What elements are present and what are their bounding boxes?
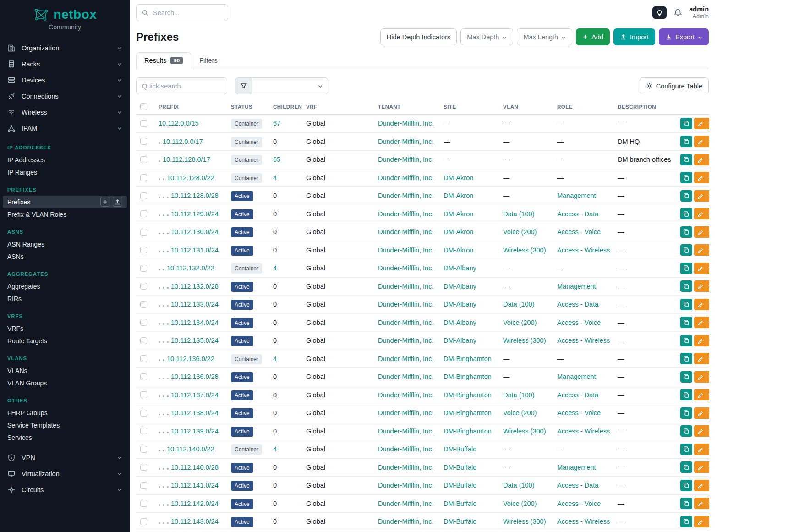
- edit-button[interactable]: [694, 172, 709, 183]
- children-count[interactable]: 0: [273, 301, 277, 308]
- chevron-down-icon[interactable]: [706, 317, 709, 328]
- role-link[interactable]: —: [557, 355, 564, 362]
- prefix-link[interactable]: 10.112.136.0/28: [171, 373, 219, 380]
- site-link[interactable]: DM-Buffalo: [444, 445, 476, 453]
- copy-button[interactable]: [680, 172, 692, 183]
- role-link[interactable]: —: [557, 264, 564, 272]
- edit-button[interactable]: [694, 280, 709, 292]
- role-link[interactable]: Access - Wireless: [557, 428, 610, 435]
- role-link[interactable]: Access - Data: [557, 210, 598, 218]
- export-button[interactable]: Export: [659, 28, 709, 45]
- children-count[interactable]: 0: [273, 337, 277, 344]
- chevron-down-icon[interactable]: [706, 407, 709, 419]
- column-header-prefix[interactable]: Prefix: [155, 100, 227, 115]
- edit-button[interactable]: [694, 389, 709, 400]
- role-link[interactable]: Management: [557, 192, 596, 199]
- children-count[interactable]: 0: [273, 391, 277, 399]
- tenant-link[interactable]: Dunder-Mifflin, Inc.: [378, 283, 433, 290]
- role-link[interactable]: —: [557, 156, 564, 163]
- sidebar-group-ipam[interactable]: IPAM: [0, 120, 130, 136]
- site-link[interactable]: —: [444, 138, 450, 145]
- vlan-link[interactable]: Data (100): [503, 482, 535, 489]
- tenant-link[interactable]: Dunder-Mifflin, Inc.: [378, 156, 433, 163]
- copy-button[interactable]: [680, 444, 692, 455]
- vlan-link[interactable]: Data (100): [503, 301, 535, 308]
- prefix-link[interactable]: 10.112.131.0/24: [171, 247, 219, 254]
- tenant-link[interactable]: Dunder-Mifflin, Inc.: [378, 464, 433, 471]
- edit-button[interactable]: [694, 371, 709, 383]
- site-link[interactable]: DM-Albany: [444, 283, 476, 290]
- prefix-link[interactable]: 10.112.140.0/28: [171, 464, 219, 471]
- site-link[interactable]: DM-Binghamton: [444, 355, 492, 362]
- tenant-link[interactable]: Dunder-Mifflin, Inc.: [378, 373, 433, 380]
- row-checkbox[interactable]: [140, 138, 147, 145]
- edit-button[interactable]: [694, 317, 709, 328]
- chevron-down-icon[interactable]: [706, 154, 709, 165]
- edit-button[interactable]: [694, 299, 709, 310]
- tenant-link[interactable]: Dunder-Mifflin, Inc.: [378, 174, 433, 181]
- chevron-down-icon[interactable]: [706, 172, 709, 183]
- tenant-link[interactable]: Dunder-Mifflin, Inc.: [378, 228, 433, 236]
- row-checkbox[interactable]: [140, 229, 147, 236]
- children-count[interactable]: 4: [273, 355, 277, 362]
- children-count[interactable]: 4: [273, 445, 277, 453]
- tenant-link[interactable]: Dunder-Mifflin, Inc.: [378, 482, 433, 489]
- copy-button[interactable]: [680, 154, 692, 165]
- row-checkbox[interactable]: [140, 301, 147, 308]
- bell-icon[interactable]: [674, 8, 682, 17]
- sidebar-group-organization[interactable]: Organization: [0, 40, 130, 56]
- row-checkbox[interactable]: [140, 355, 147, 362]
- sidebar-group-vpn[interactable]: VPN: [0, 450, 130, 466]
- edit-button[interactable]: [694, 461, 709, 473]
- sidebar-group-virtualization[interactable]: Virtualization: [0, 466, 130, 482]
- edit-button[interactable]: [694, 226, 709, 238]
- tenant-link[interactable]: Dunder-Mifflin, Inc.: [378, 500, 433, 507]
- vlan-link[interactable]: —: [503, 120, 510, 127]
- prefix-link[interactable]: 10.112.0.0/17: [163, 138, 203, 145]
- copy-button[interactable]: [680, 498, 692, 509]
- tenant-link[interactable]: Dunder-Mifflin, Inc.: [378, 337, 433, 344]
- children-count[interactable]: 0: [273, 247, 277, 254]
- vlan-link[interactable]: —: [503, 156, 510, 163]
- user-menu[interactable]: admin Admin: [689, 5, 709, 20]
- tenant-link[interactable]: Dunder-Mifflin, Inc.: [378, 428, 433, 435]
- sidebar-item-asns[interactable]: ASNs: [0, 250, 130, 263]
- children-count[interactable]: 0: [273, 228, 277, 236]
- chevron-down-icon[interactable]: [706, 208, 709, 219]
- prefix-link[interactable]: 10.112.137.0/24: [171, 391, 219, 399]
- site-link[interactable]: DM-Binghamton: [444, 391, 492, 399]
- site-link[interactable]: DM-Akron: [444, 247, 473, 254]
- global-search[interactable]: [136, 4, 228, 21]
- tenant-link[interactable]: Dunder-Mifflin, Inc.: [378, 120, 433, 127]
- chevron-down-icon[interactable]: [706, 335, 709, 346]
- chevron-down-icon[interactable]: [706, 389, 709, 400]
- vlan-link[interactable]: Wireless (300): [503, 247, 546, 254]
- copy-button[interactable]: [680, 299, 692, 310]
- site-link[interactable]: DM-Buffalo: [444, 482, 476, 489]
- prefix-link[interactable]: 10.112.128.0/17: [163, 156, 210, 163]
- prefix-link[interactable]: 10.112.138.0/24: [171, 409, 219, 417]
- prefix-link[interactable]: 10.112.139.0/24: [171, 428, 219, 435]
- tenant-link[interactable]: Dunder-Mifflin, Inc.: [378, 210, 433, 218]
- prefix-link[interactable]: 10.112.128.0/28: [171, 192, 219, 199]
- brand[interactable]: netbox Community: [0, 0, 130, 33]
- row-checkbox[interactable]: [140, 192, 147, 199]
- sidebar-group-devices[interactable]: Devices: [0, 72, 130, 88]
- chevron-down-icon[interactable]: [706, 244, 709, 256]
- vlan-link[interactable]: —: [503, 355, 510, 362]
- prefix-link[interactable]: 10.112.0.0/15: [159, 120, 199, 127]
- prefix-link[interactable]: 10.112.132.0/28: [171, 283, 219, 290]
- site-link[interactable]: DM-Binghamton: [444, 409, 492, 417]
- hide-depth-indicators-button[interactable]: Hide Depth Indicators: [380, 28, 457, 45]
- row-checkbox[interactable]: [140, 464, 147, 471]
- tenant-link[interactable]: Dunder-Mifflin, Inc.: [378, 445, 433, 453]
- row-checkbox[interactable]: [140, 373, 147, 380]
- chevron-down-icon[interactable]: [706, 461, 709, 473]
- role-link[interactable]: Management: [557, 283, 596, 290]
- role-link[interactable]: —: [557, 174, 564, 181]
- chevron-down-icon[interactable]: [706, 280, 709, 292]
- site-link[interactable]: DM-Albany: [444, 301, 476, 308]
- edit-button[interactable]: [694, 118, 709, 129]
- edit-button[interactable]: [694, 244, 709, 256]
- row-checkbox[interactable]: [140, 482, 147, 489]
